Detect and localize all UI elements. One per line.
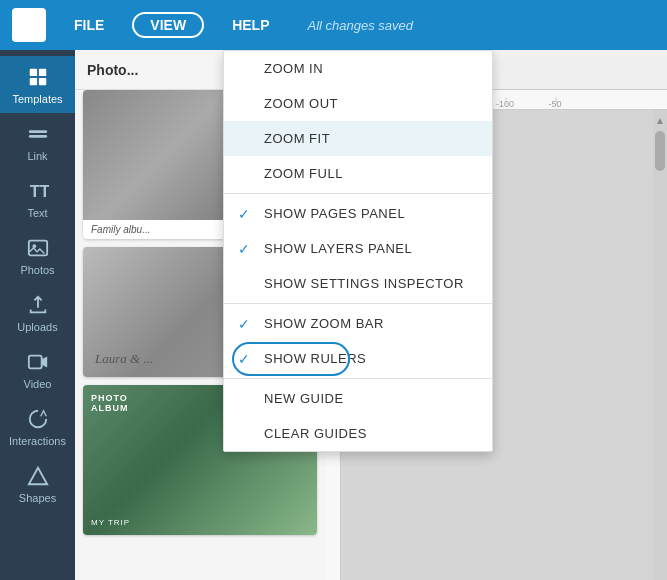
- sidebar-label-text: Text: [27, 207, 47, 219]
- menu-divider: [224, 378, 492, 379]
- menu-item-label: ZOOM IN: [264, 61, 323, 76]
- file-menu[interactable]: FILE: [66, 13, 112, 37]
- sidebar-label-interactions: Interactions: [9, 435, 66, 447]
- sidebar-label-shapes: Shapes: [19, 492, 56, 504]
- sidebar-item-uploads[interactable]: Uploads: [0, 284, 75, 341]
- svg-rect-13: [28, 356, 41, 369]
- sidebar-item-text[interactable]: TT Text: [0, 170, 75, 227]
- main-area: Photo... Family albu... Laura & ...: [75, 50, 667, 580]
- sidebar-label-uploads: Uploads: [17, 321, 57, 333]
- menu-item-label: ZOOM FULL: [264, 166, 343, 181]
- menu-item-label: SHOW PAGES PANEL: [264, 206, 405, 221]
- menu-item-label: SHOW ZOOM BAR: [264, 316, 384, 331]
- menu-item-new-guide[interactable]: NEW GUIDE: [224, 381, 492, 416]
- menu-item-label: SHOW LAYERS PANEL: [264, 241, 412, 256]
- menu-item-label: SHOW RULERS: [264, 351, 366, 366]
- sidebar-label-templates: Templates: [12, 93, 62, 105]
- svg-rect-8: [28, 130, 46, 133]
- svg-rect-0: [20, 16, 28, 24]
- menu-item-label: ZOOM OUT: [264, 96, 338, 111]
- menu-item-zoom-full[interactable]: ZOOM FULL: [224, 156, 492, 191]
- sidebar: Templates Link TT Text Photos Uploads Vi…: [0, 50, 75, 580]
- svg-text:TT: TT: [29, 182, 48, 200]
- menu-item-show-rulers[interactable]: ✓ SHOW RULERS: [224, 341, 492, 376]
- menu-item-show-layers[interactable]: ✓ SHOW LAYERS PANEL: [224, 231, 492, 266]
- ruler-mark: -50: [530, 99, 580, 109]
- sidebar-item-shapes[interactable]: Shapes: [0, 455, 75, 512]
- svg-rect-6: [29, 78, 36, 85]
- svg-marker-14: [28, 468, 46, 485]
- menu-item-show-settings[interactable]: SHOW SETTINGS INSPECTOR: [224, 266, 492, 301]
- checkmark-icon: ✓: [238, 206, 251, 222]
- top-navigation: FILE VIEW HELP All changes saved: [0, 0, 667, 50]
- save-status: All changes saved: [307, 18, 413, 33]
- menu-item-zoom-in[interactable]: ZOOM IN: [224, 51, 492, 86]
- sidebar-item-templates[interactable]: Templates: [0, 56, 75, 113]
- svg-rect-9: [28, 135, 46, 138]
- sidebar-item-link[interactable]: Link: [0, 113, 75, 170]
- sidebar-item-interactions[interactable]: Interactions: [0, 398, 75, 455]
- svg-rect-4: [29, 69, 36, 76]
- checkmark-icon: ✓: [238, 316, 251, 332]
- menu-item-label: CLEAR GUIDES: [264, 426, 367, 441]
- sidebar-item-video[interactable]: Video: [0, 341, 75, 398]
- scroll-thumb[interactable]: [655, 131, 665, 171]
- scroll-up-arrow[interactable]: ▲: [655, 115, 665, 126]
- sidebar-label-photos: Photos: [20, 264, 54, 276]
- scrollbar[interactable]: ▲: [653, 110, 667, 580]
- svg-rect-7: [38, 78, 45, 85]
- menu-item-label: NEW GUIDE: [264, 391, 344, 406]
- view-dropdown-menu: ZOOM IN ZOOM OUT ZOOM FIT ZOOM FULL ✓ SH…: [223, 50, 493, 452]
- svg-rect-5: [38, 69, 45, 76]
- checkmark-icon: ✓: [238, 351, 251, 367]
- sidebar-item-photos[interactable]: Photos: [0, 227, 75, 284]
- menu-item-show-pages[interactable]: ✓ SHOW PAGES PANEL: [224, 196, 492, 231]
- svg-rect-1: [30, 16, 38, 24]
- svg-rect-3: [30, 26, 38, 34]
- menu-item-clear-guides[interactable]: CLEAR GUIDES: [224, 416, 492, 451]
- sidebar-label-link: Link: [27, 150, 47, 162]
- menu-item-label: ZOOM FIT: [264, 131, 330, 146]
- help-menu[interactable]: HELP: [224, 13, 277, 37]
- menu-item-zoom-out[interactable]: ZOOM OUT: [224, 86, 492, 121]
- menu-item-zoom-fit[interactable]: ZOOM FIT: [224, 121, 492, 156]
- view-menu[interactable]: VIEW: [132, 12, 204, 38]
- sidebar-label-video: Video: [24, 378, 52, 390]
- svg-rect-2: [20, 26, 28, 34]
- menu-divider: [224, 303, 492, 304]
- logo-button[interactable]: [12, 8, 46, 42]
- checkmark-icon: ✓: [238, 241, 251, 257]
- menu-item-label: SHOW SETTINGS INSPECTOR: [264, 276, 464, 291]
- menu-item-show-zoom[interactable]: ✓ SHOW ZOOM BAR: [224, 306, 492, 341]
- menu-divider: [224, 193, 492, 194]
